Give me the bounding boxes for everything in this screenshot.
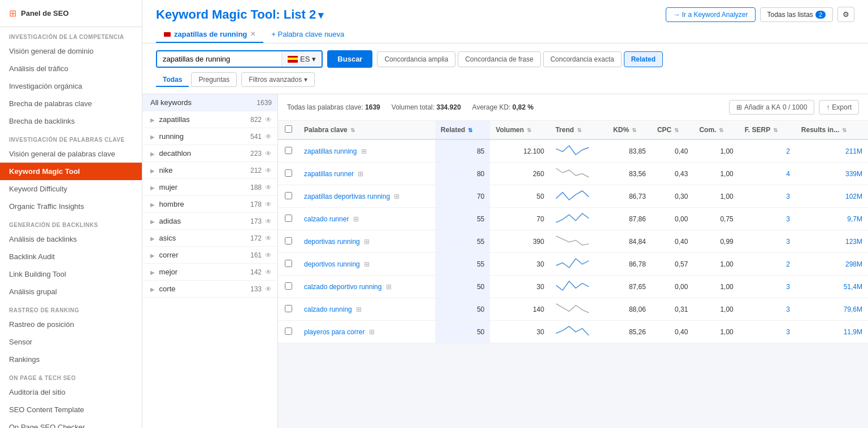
eye-icon[interactable]: 👁	[265, 268, 272, 276]
row-checkbox[interactable]	[285, 282, 292, 290]
eye-icon[interactable]: 👁	[265, 200, 272, 208]
listas-button[interactable]: Todas las listas 2	[760, 7, 834, 22]
row-checkbox[interactable]	[285, 237, 292, 244]
tab-close-icon[interactable]: ✕	[250, 30, 255, 38]
add-ka-button[interactable]: ⊞ Añadir a KA 0 / 1000	[729, 100, 814, 115]
results-link[interactable]: 9,7M	[847, 215, 862, 223]
sidebar-item-brecha-palabras[interactable]: Brecha de palabras clave	[0, 95, 142, 112]
sidebar-item-on-page-checker[interactable]: On Page SEO Checker	[0, 418, 142, 428]
th-cpc[interactable]: CPC⇅	[652, 121, 693, 139]
row-checkbox[interactable]	[285, 260, 292, 267]
add-keyword-icon[interactable]: ⊞	[353, 215, 359, 223]
kw-group-mujer[interactable]: ▶ mujer 188 👁	[142, 179, 277, 196]
th-palabra-clave[interactable]: Palabra clave⇅	[298, 121, 435, 139]
sidebar-item-investigacion-organica[interactable]: Investigación orgánica	[0, 77, 142, 95]
keyword-link[interactable]: zapatillas runner	[304, 170, 354, 178]
keyword-link[interactable]: calzado runner	[304, 215, 349, 223]
fserp-link[interactable]: 3	[786, 215, 790, 223]
fserp-link[interactable]: 3	[786, 238, 790, 246]
add-keyword-icon[interactable]: ⊞	[356, 305, 362, 313]
sidebar-item-keyword-difficulty[interactable]: Keyword Difficulty	[0, 180, 142, 198]
kw-group-correr[interactable]: ▶ correr 161 👁	[142, 247, 277, 264]
sidebar-item-analisis-trafico[interactable]: Análisis del tráfico	[0, 60, 142, 77]
add-keyword-icon[interactable]: ⊞	[394, 193, 400, 200]
sidebar-item-keyword-magic[interactable]: Keyword Magic Tool	[0, 163, 142, 180]
eye-icon[interactable]: 👁	[265, 150, 272, 158]
th-fserp[interactable]: F. SERP⇅	[739, 121, 796, 139]
add-keyword-icon[interactable]: ⊞	[386, 283, 392, 291]
th-results[interactable]: Results in...⇅	[796, 121, 868, 139]
th-com[interactable]: Com.⇅	[693, 121, 739, 139]
eye-icon[interactable]: 👁	[265, 217, 272, 225]
sidebar-item-auditoria-sitio[interactable]: Auditoría del sitio	[0, 383, 142, 401]
results-link[interactable]: 123M	[845, 238, 862, 246]
add-keyword-icon[interactable]: ⊞	[369, 328, 375, 336]
sidebar-item-link-building[interactable]: Link Building Tool	[0, 265, 142, 283]
results-link[interactable]: 102M	[845, 193, 862, 200]
th-trend[interactable]: Trend⇅	[550, 121, 607, 139]
kw-group-adidas[interactable]: ▶ adidas 173 👁	[142, 213, 277, 230]
results-link[interactable]: 298M	[845, 260, 862, 268]
eye-icon[interactable]: 👁	[265, 116, 272, 124]
sidebar-item-sensor[interactable]: Sensor	[0, 333, 142, 351]
lang-select[interactable]: ES ▾	[281, 51, 322, 67]
concordancia-amplia-button[interactable]: Concordancia amplia	[377, 51, 455, 67]
buscar-button[interactable]: Buscar	[327, 50, 372, 68]
kw-group-corte[interactable]: ▶ corte 133 👁	[142, 281, 277, 298]
analyzer-button[interactable]: → Ir a Keyword Analyzer	[666, 7, 755, 22]
page-title-caret[interactable]: ▾	[318, 10, 323, 21]
preguntas-filter-button[interactable]: Preguntas	[191, 72, 237, 87]
th-kd[interactable]: KD%⇅	[607, 121, 652, 139]
fserp-link[interactable]: 2	[786, 147, 790, 155]
keyword-link[interactable]: zapatillas deportivas running	[304, 193, 390, 200]
sidebar-item-brecha-backlinks[interactable]: Brecha de backlinks	[0, 112, 142, 130]
sidebar-item-analisis-grupal[interactable]: Análisis grupal	[0, 283, 142, 300]
concordancia-frase-button[interactable]: Concordancia de frase	[458, 51, 541, 67]
results-link[interactable]: 51,4M	[844, 283, 862, 291]
kw-group-running[interactable]: ▶ running 541 👁	[142, 128, 277, 145]
eye-icon[interactable]: 👁	[265, 251, 272, 259]
eye-icon[interactable]: 👁	[265, 285, 272, 293]
keyword-link[interactable]: calzado deportivo running	[304, 283, 381, 291]
select-all-checkbox[interactable]	[285, 125, 292, 133]
fserp-link[interactable]: 4	[786, 170, 790, 178]
sidebar-item-vision-dominio[interactable]: Visión general de dominio	[0, 42, 142, 60]
eye-icon[interactable]: 👁	[265, 133, 272, 141]
row-checkbox[interactable]	[285, 192, 292, 199]
tab-zapatillas[interactable]: zapatillas de running ✕	[156, 27, 263, 43]
row-checkbox[interactable]	[285, 215, 292, 222]
filter-advanced-button[interactable]: Filtros avanzados ▾	[241, 72, 315, 87]
todas-filter-button[interactable]: Todas	[156, 72, 189, 87]
results-link[interactable]: 339M	[845, 170, 862, 178]
kw-group-hombre[interactable]: ▶ hombre 178 👁	[142, 196, 277, 213]
fserp-link[interactable]: 3	[786, 305, 790, 313]
search-input[interactable]	[157, 51, 281, 67]
add-keyword-icon[interactable]: ⊞	[361, 147, 367, 155]
row-checkbox[interactable]	[285, 147, 292, 154]
sidebar-item-rastreo-posicion[interactable]: Rastreo de posición	[0, 316, 142, 333]
kw-group-nike[interactable]: ▶ nike 212 👁	[142, 162, 277, 179]
keyword-link[interactable]: zapatillas running	[304, 147, 357, 155]
kw-group-asics[interactable]: ▶ asics 172 👁	[142, 230, 277, 247]
fserp-link[interactable]: 3	[786, 193, 790, 200]
th-related[interactable]: Related⇅	[435, 121, 490, 139]
kw-group-mejor[interactable]: ▶ mejor 142 👁	[142, 264, 277, 281]
tab-add[interactable]: + Palabra clave nueva	[263, 27, 352, 43]
keyword-link[interactable]: deportivas running	[304, 238, 360, 246]
th-volumen[interactable]: Volumen⇅	[490, 121, 550, 139]
all-keywords-header[interactable]: All keywords 1639	[142, 94, 277, 111]
row-checkbox[interactable]	[285, 305, 292, 312]
keyword-link[interactable]: playeros para correr	[304, 328, 364, 336]
results-link[interactable]: 79,6M	[844, 305, 862, 313]
kw-group-decathlon[interactable]: ▶ decathlon 223 👁	[142, 145, 277, 162]
concordancia-exacta-button[interactable]: Concordancia exacta	[543, 51, 622, 67]
results-link[interactable]: 211M	[845, 147, 862, 155]
sidebar-item-organic-traffic[interactable]: Organic Traffic Insights	[0, 198, 142, 215]
row-checkbox[interactable]	[285, 169, 292, 177]
sidebar-item-backlink-audit[interactable]: Backlink Audit	[0, 248, 142, 265]
eye-icon[interactable]: 👁	[265, 184, 272, 191]
sidebar-item-rankings[interactable]: Rankings	[0, 351, 142, 368]
kw-group-zapatillas[interactable]: ▶ zapatillas 822 👁	[142, 111, 277, 128]
sidebar-item-analisis-backlinks[interactable]: Análisis de backlinks	[0, 230, 142, 248]
row-checkbox[interactable]	[285, 327, 292, 335]
